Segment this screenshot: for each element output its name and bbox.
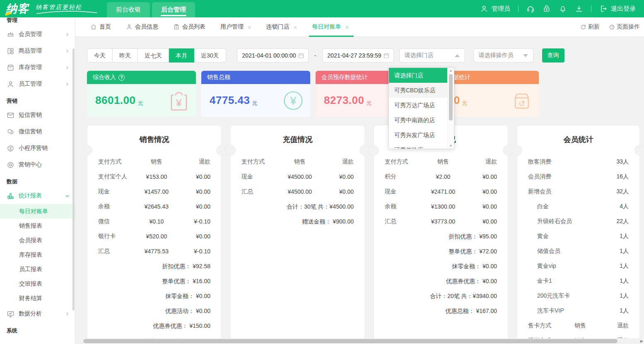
- bell-icon[interactable]: [559, 5, 567, 13]
- sidebar-item-sms-marketing[interactable]: 短信营销: [0, 107, 75, 123]
- store-select[interactable]: 请选择门店: [399, 48, 465, 63]
- operator-select[interactable]: 请选择操作员: [473, 48, 533, 63]
- quick-7days-button[interactable]: 近七天: [138, 48, 169, 63]
- lock-icon[interactable]: [543, 5, 551, 13]
- close-icon[interactable]: ×: [345, 24, 349, 31]
- sidebar-section-manage: 管理: [0, 17, 75, 26]
- member-stat-row: 黄金 1人: [528, 229, 629, 244]
- table-row: 微信 ¥0.10 ¥-0.10: [98, 214, 210, 229]
- sidebar-item-marketing-center[interactable]: 营销中心: [0, 156, 75, 173]
- report-panels: 销售情况 支付方式 销售 退款 支付宝个人 ¥153.00 ¥0.00 现金 ¥…: [87, 125, 640, 344]
- sidebar-scrollbar[interactable]: [72, 48, 75, 310]
- summary-row: 折扣优惠： ¥92.58: [98, 259, 210, 274]
- quick-30days-button[interactable]: 近30天: [194, 48, 226, 63]
- sidebar-subitem[interactable]: 交班报表: [0, 277, 75, 291]
- refresh-button[interactable]: 刷新: [580, 23, 600, 31]
- current-user[interactable]: 管理员: [480, 5, 510, 13]
- front-cashier-tab[interactable]: 前台收银: [107, 2, 150, 17]
- quick-today-button[interactable]: 今天: [87, 48, 113, 63]
- search-button[interactable]: 查询: [542, 48, 564, 63]
- sidebar-item-data-analysis[interactable]: 数据分析: [0, 306, 75, 322]
- logout-button[interactable]: 退出登录: [599, 5, 636, 13]
- panel-title: 充值情况: [241, 134, 354, 145]
- table-row: 汇总 ¥4500.00 ¥0.00: [241, 184, 354, 199]
- hscroll-right-arrow[interactable]: ▶: [640, 338, 643, 344]
- date-to-input[interactable]: 2021-04-27 23:59:59: [322, 48, 394, 63]
- brand-tagline: 纳客管店更轻松: [36, 4, 82, 11]
- card-sale-header-row: 售卡方式 销售 退款: [528, 318, 629, 333]
- sidebar-item-wechat-marketing[interactable]: 微信营销: [0, 123, 75, 140]
- staff-icon: [7, 80, 14, 88]
- store-option[interactable]: 可秀兴发广场店: [389, 127, 447, 142]
- topbar-actions: 管理员 退出登录: [480, 5, 636, 13]
- backoffice-tab[interactable]: 后台管理: [152, 2, 195, 17]
- tab-daily-report[interactable]: 每日对账单 ×: [312, 17, 349, 36]
- table-row: 现金 ¥1457.00 ¥0.00: [98, 184, 210, 199]
- page-ops-button[interactable]: 页面操作: [609, 23, 640, 31]
- headset-icon[interactable]: [526, 5, 535, 13]
- summary-row: 合计：30笔 共：¥4500.00: [241, 199, 354, 214]
- crown-icon: [7, 31, 14, 38]
- tab-chain-store[interactable]: 连锁门店 ×: [266, 17, 297, 36]
- table-row: 现金 ¥4500.00 ¥0.00: [241, 169, 354, 184]
- stat-cards: 综合收入 ? 8601.00 元 ¥ 销售总额 4775.43: [87, 71, 644, 117]
- store-option[interactable]: 可秀体验店: [389, 142, 447, 149]
- sidebar-subitem[interactable]: 销售报表: [0, 219, 75, 233]
- card-title: 综合收入: [93, 74, 116, 81]
- tab-strip: 首页 会员信息 会员列表 用户管理 × 连锁门店 × 每日对账单 ×: [75, 17, 644, 37]
- sidebar-item-staff-mgmt[interactable]: 员工管理: [0, 76, 75, 92]
- sidebar-item-member-mgmt[interactable]: 会员管理: [0, 26, 75, 43]
- filter-row: 今天 昨天 近七天 本月 近30天 2021-04-01 00:00:00 - …: [87, 48, 644, 63]
- sidebar-subitem[interactable]: 每日对账单: [0, 204, 75, 219]
- quick-yesterday-button[interactable]: 昨天: [113, 48, 138, 63]
- close-icon[interactable]: ×: [294, 24, 297, 31]
- store-option[interactable]: 可秀CBD娱乐店: [389, 83, 447, 98]
- table-header-row: 支付方式 销售 退款: [385, 154, 497, 169]
- tab-user-mgmt[interactable]: 用户管理 ×: [220, 17, 251, 36]
- panel-notch: [82, 145, 92, 156]
- sidebar-subitem[interactable]: 员工报表: [0, 262, 75, 277]
- chevron-right-icon: [65, 48, 70, 54]
- sidebar-item-miniprogram-marketing[interactable]: 小程序营销: [0, 140, 75, 156]
- store-option[interactable]: 可秀中南路的店: [389, 113, 447, 127]
- summary-row: 整单优惠： ¥72.00: [385, 244, 497, 259]
- monitor-icon: [7, 310, 14, 318]
- card-sales-total: 销售总额 4775.43 元 ¥: [201, 71, 310, 117]
- quick-this-month-button[interactable]: 本月: [169, 48, 194, 63]
- sidebar-subitem[interactable]: 会员报表: [0, 233, 75, 248]
- help-icon[interactable]: ?: [118, 75, 125, 81]
- table-row: 汇总 ¥3773.00 ¥0.00: [385, 214, 497, 229]
- date-from-input[interactable]: 2021-04-01 00:00:00: [237, 48, 309, 63]
- sidebar-item-stats-report[interactable]: 统计报表: [0, 188, 75, 204]
- panel-recharge: 充值情况 支付方式 销售 退款 现金 ¥4500.00 ¥0.00 汇总 ¥45…: [230, 125, 365, 344]
- tab-member-info[interactable]: 会员信息: [126, 17, 158, 36]
- sidebar-subitem[interactable]: 库存报表: [0, 248, 75, 262]
- close-icon[interactable]: ×: [248, 24, 251, 31]
- sidebar-item-goods-mgmt[interactable]: 商品管理: [0, 43, 75, 59]
- caret-down-icon: [523, 54, 528, 57]
- card-total-income: 综合收入 ? 8601.00 元 ¥: [87, 71, 196, 117]
- download-icon[interactable]: [575, 5, 583, 13]
- logout-label: 退出登录: [611, 5, 636, 13]
- sidebar-subitem[interactable]: 财务结算: [0, 291, 75, 306]
- table-row: 余额 ¥1300.00 ¥0.00: [385, 199, 497, 214]
- card-value: 4775.43: [210, 94, 250, 107]
- panel-card-open: 开卡情况 支付方式 销售 退款 积分 ¥2.00 ¥0.00 现金 ¥2471.…: [374, 125, 508, 344]
- store-option[interactable]: 可秀万达广场店: [389, 98, 447, 113]
- horizontal-scrollbar[interactable]: ▶: [75, 338, 644, 344]
- calendar-icon: [383, 52, 390, 59]
- store-option[interactable]: 请选择门店: [389, 68, 447, 83]
- card-title: 会员预存数据统计: [321, 74, 368, 81]
- summary-row: 折扣优惠： ¥95.00: [385, 229, 497, 244]
- tab-home[interactable]: 首页: [90, 17, 111, 36]
- member-stat-row: 升级砖石会员 22人: [528, 214, 629, 229]
- scroll-up-icon[interactable]: ▲: [448, 69, 454, 72]
- panel-member-stats: 会员统计 散客消费 33人 会员消费 16人 新增会员 32人 白金 4人 升级…: [517, 125, 640, 344]
- dropdown-scrollbar[interactable]: ▲ ▼: [447, 68, 454, 149]
- sidebar-item-stock-mgmt[interactable]: 库存管理: [0, 59, 75, 76]
- dropdown-scroll-thumb[interactable]: [449, 74, 453, 120]
- scroll-down-icon[interactable]: ▼: [448, 144, 454, 148]
- goods-icon: [7, 47, 14, 55]
- hscroll-thumb[interactable]: [83, 339, 617, 343]
- tab-member-list[interactable]: 会员列表: [173, 17, 205, 36]
